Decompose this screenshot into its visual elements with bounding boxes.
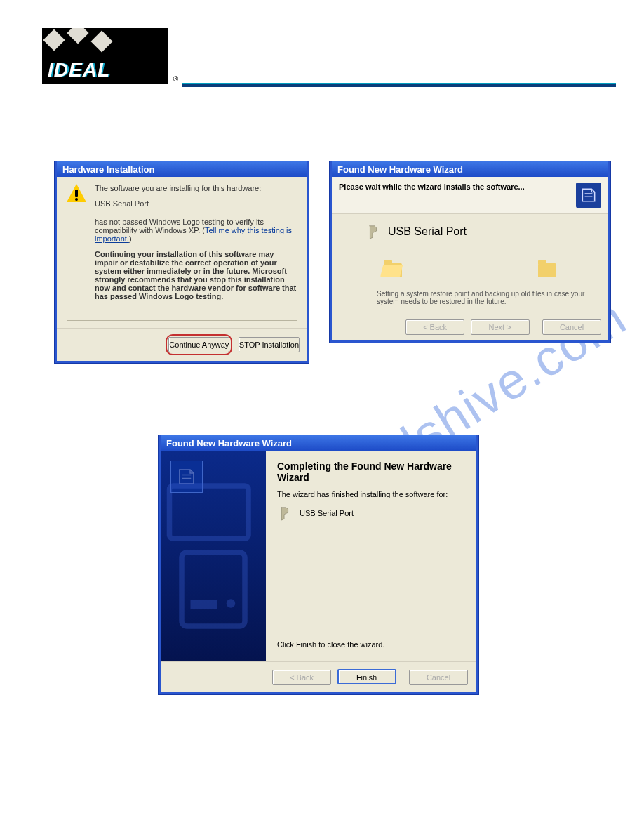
serial-port-icon — [277, 505, 293, 521]
cancel-button: Cancel — [409, 670, 468, 685]
dialog-button-row: < Back Next > Cancel — [332, 314, 608, 340]
registered-symbol: ® — [173, 75, 178, 83]
continue-anyway-button[interactable]: Continue Anyway — [168, 337, 229, 352]
installing-wizard-dialog: Found New Hardware Wizard Please wait wh… — [330, 161, 610, 343]
logo-test-paragraph: has not passed Windows Logo testing to v… — [95, 218, 297, 243]
wizard-hardware-icon — [576, 183, 601, 208]
serial-port-icon — [365, 224, 381, 239]
restore-point-message: Setting a system restore point and backi… — [377, 290, 596, 305]
dest-folder-icon — [538, 263, 556, 277]
ideal-logo: IDEAL ® — [42, 28, 168, 84]
dialog-title: Hardware Installation — [57, 161, 307, 177]
dialog-title: Found New Hardware Wizard — [161, 435, 476, 451]
logo-test-end: ) — [129, 234, 132, 243]
source-folder-icon — [384, 263, 402, 277]
svg-rect-2 — [191, 600, 217, 609]
dialog-title: Found New Hardware Wizard — [332, 161, 608, 177]
svg-rect-1 — [182, 552, 245, 626]
wizard-side-graphic — [161, 451, 266, 661]
svg-rect-0 — [170, 486, 249, 538]
logo-text: IDEAL — [48, 59, 110, 81]
back-button: < Back — [405, 319, 464, 335]
finish-button[interactable]: Finish — [337, 669, 396, 684]
completion-paragraph: The wizard has finished installing the s… — [277, 490, 465, 498]
dialog-button-row: < Back Finish Cancel — [161, 661, 476, 692]
cancel-button: Cancel — [542, 319, 601, 335]
svg-point-3 — [227, 599, 236, 608]
intro-text: The software you are installing for this… — [95, 184, 297, 192]
device-name: USB Serial Port — [300, 509, 354, 517]
wizard-heading: Please wait while the wizard installs th… — [339, 183, 525, 191]
close-wizard-message: Click Finish to close the wizard. — [277, 640, 465, 649]
dialog-button-row: Continue Anyway STOP Installation — [57, 328, 307, 361]
hardware-installation-dialog: Hardware Installation The software you a… — [55, 161, 309, 363]
document-header: IDEAL ® — [42, 28, 616, 91]
wizard-heading: Completing the Found New Hardware Wizard — [277, 461, 465, 483]
device-name: USB Serial Port — [388, 225, 467, 238]
back-button: < Back — [272, 670, 331, 685]
device-name: USB Serial Port — [95, 199, 297, 208]
warning-icon — [67, 184, 86, 202]
completing-wizard-dialog: Found New Hardware Wizard Completing the… — [159, 435, 478, 694]
header-divider — [182, 83, 616, 87]
highlight-ring: Continue Anyway — [166, 334, 232, 355]
next-button: Next > — [471, 319, 530, 335]
stop-installation-button[interactable]: STOP Installation — [239, 337, 300, 352]
warning-paragraph: Continuing your installation of this sof… — [95, 250, 297, 300]
